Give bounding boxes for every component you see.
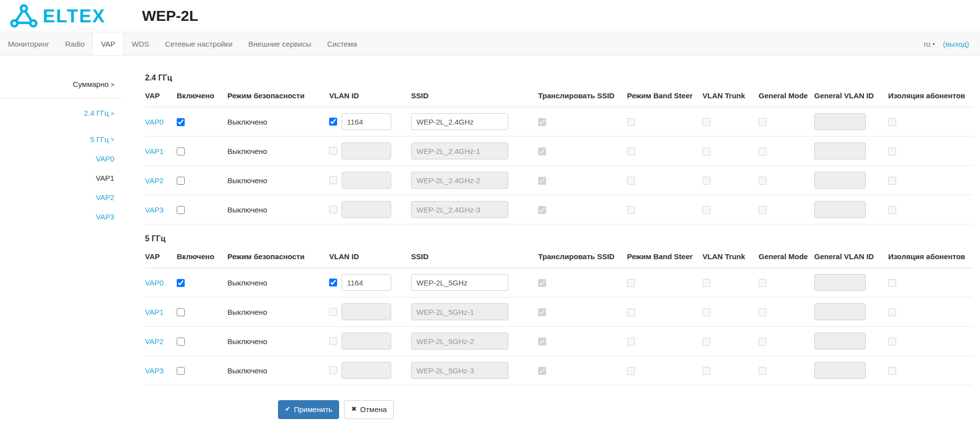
sidebar-item-vap0[interactable]: VAP0 — [0, 149, 114, 168]
vlan-id-cell — [329, 362, 407, 379]
cancel-button[interactable]: ✖ Отмена — [344, 400, 394, 419]
vap-table: VAPВключеноРежим безопасностиVLAN IDSSID… — [145, 89, 973, 224]
sidebar: Суммарно > 2.4 ГГц > 5 ГГц ˅ VAP0 VAP1 V… — [0, 56, 123, 226]
ssid-input — [411, 142, 508, 159]
tab-radio[interactable]: Radio — [57, 32, 92, 55]
table-row: VAP1Выключено — [145, 137, 973, 166]
general-vlan-id-input — [814, 333, 866, 350]
ssid-input[interactable] — [411, 274, 508, 291]
sidebar-item-summary[interactable]: Суммарно > — [0, 74, 114, 94]
general-mode-checkbox — [759, 367, 767, 375]
vap-link[interactable]: VAP3 — [145, 206, 163, 214]
enabled-checkbox[interactable] — [177, 338, 185, 346]
vlan-id-cell — [329, 201, 407, 218]
page-title: WEP-2L — [142, 7, 198, 24]
ssid-input — [411, 172, 508, 189]
enabled-checkbox[interactable] — [177, 367, 185, 375]
sidebar-2-4ghz-label: 2.4 ГГц — [84, 109, 109, 117]
enabled-checkbox[interactable] — [177, 308, 185, 316]
vlan-trunk-checkbox — [702, 338, 710, 346]
column-header: SSID — [411, 89, 538, 107]
vlan-trunk-checkbox — [702, 206, 710, 214]
broadcast-ssid-checkbox — [538, 177, 546, 185]
general-vlan-id-input — [814, 113, 866, 130]
band-steer-checkbox — [627, 338, 635, 346]
band-steer-checkbox — [627, 279, 635, 287]
vap-link[interactable]: VAP1 — [145, 308, 163, 316]
sidebar-summary-label: Суммарно — [73, 80, 109, 88]
language-selector[interactable]: ru ▾ — [924, 40, 935, 48]
eltex-logo-text: ELTEX — [43, 7, 106, 25]
ssid-input — [411, 362, 508, 379]
vap-link[interactable]: VAP2 — [145, 337, 163, 346]
vlan-id-input[interactable] — [342, 113, 391, 130]
vlan-trunk-checkbox — [702, 308, 710, 316]
ssid-input[interactable] — [411, 113, 508, 130]
sidebar-divider — [0, 98, 123, 98]
isolation-checkbox — [888, 118, 896, 126]
vap-link[interactable]: VAP1 — [145, 147, 163, 155]
broadcast-ssid-checkbox — [538, 118, 546, 126]
enabled-checkbox[interactable] — [177, 147, 185, 155]
tab-wds[interactable]: WDS — [124, 32, 157, 55]
tab-system[interactable]: Система — [319, 32, 365, 55]
enabled-checkbox[interactable] — [177, 279, 185, 287]
vlan-id-input — [342, 172, 391, 189]
broadcast-ssid-checkbox — [538, 279, 546, 287]
main-content: 2.4 ГГцVAPВключеноРежим безопасностиVLAN… — [123, 56, 980, 426]
vap-link[interactable]: VAP3 — [145, 366, 163, 375]
eltex-logo-icon — [10, 4, 38, 28]
column-header: Режим Band Steer — [627, 89, 702, 107]
sidebar-item-2-4ghz[interactable]: 2.4 ГГц > — [0, 103, 114, 123]
table-row: VAP2Выключено — [145, 166, 973, 195]
sidebar-5ghz-label: 5 ГГц — [90, 135, 108, 143]
vap-link[interactable]: VAP2 — [145, 176, 163, 185]
ssid-input — [411, 333, 508, 350]
tab-vap[interactable]: VAP — [92, 32, 124, 55]
sidebar-item-5ghz[interactable]: 5 ГГц ˅ — [0, 130, 114, 149]
vap-link[interactable]: VAP0 — [145, 279, 163, 287]
chevron-right-icon: > — [111, 81, 114, 88]
band-title: 5 ГГц — [145, 234, 973, 243]
broadcast-ssid-checkbox — [538, 308, 546, 316]
tab-monitoring[interactable]: Мониторинг — [0, 32, 57, 55]
vlan-id-cell — [329, 142, 407, 159]
apply-button-label: Применить — [294, 405, 333, 415]
vap-link[interactable]: VAP0 — [145, 118, 163, 126]
tab-network-settings[interactable]: Сетевые настройки — [157, 32, 240, 55]
isolation-checkbox — [888, 279, 896, 287]
header: ELTEX WEP-2L — [0, 0, 980, 32]
sidebar-item-vap2[interactable]: VAP2 — [0, 188, 114, 207]
vlan-trunk-checkbox — [702, 279, 710, 287]
sidebar-item-vap1[interactable]: VAP1 — [0, 168, 114, 188]
enabled-checkbox[interactable] — [177, 177, 185, 185]
table-row: VAP1Выключено — [145, 297, 973, 327]
table-row: VAP3Выключено — [145, 356, 973, 385]
sidebar-item-vap3[interactable]: VAP3 — [0, 207, 114, 226]
chevron-down-icon: ˅ — [111, 137, 114, 143]
tab-external-services[interactable]: Внешние сервисы — [240, 32, 319, 55]
general-mode-checkbox — [759, 118, 767, 126]
isolation-checkbox — [888, 147, 896, 155]
logout-link[interactable]: (выход) — [943, 40, 969, 48]
column-header: VLAN Trunk — [702, 250, 759, 268]
column-header: VAP — [145, 250, 177, 268]
table-row: VAP0Выключено — [145, 268, 973, 297]
column-header: SSID — [411, 250, 538, 268]
general-vlan-id-input — [814, 274, 866, 291]
general-mode-checkbox — [759, 279, 767, 287]
header-row: VAPВключеноРежим безопасностиVLAN IDSSID… — [145, 89, 973, 107]
general-mode-checkbox — [759, 206, 767, 214]
vlan-tagging-checkbox[interactable] — [329, 118, 337, 126]
vlan-tagging-checkbox[interactable] — [329, 279, 337, 286]
band-title: 2.4 ГГц — [145, 73, 973, 82]
vlan-id-input[interactable] — [342, 274, 391, 291]
column-header: General VLAN ID — [814, 250, 888, 268]
enabled-checkbox[interactable] — [177, 206, 185, 214]
column-header: Транслировать SSID — [538, 250, 627, 268]
apply-button[interactable]: ✔ Применить — [278, 400, 339, 419]
enabled-checkbox[interactable] — [177, 118, 185, 126]
vlan-trunk-checkbox — [702, 118, 710, 126]
column-header: Режим Band Steer — [627, 250, 702, 268]
security-mode-label: Выключено — [227, 118, 267, 126]
